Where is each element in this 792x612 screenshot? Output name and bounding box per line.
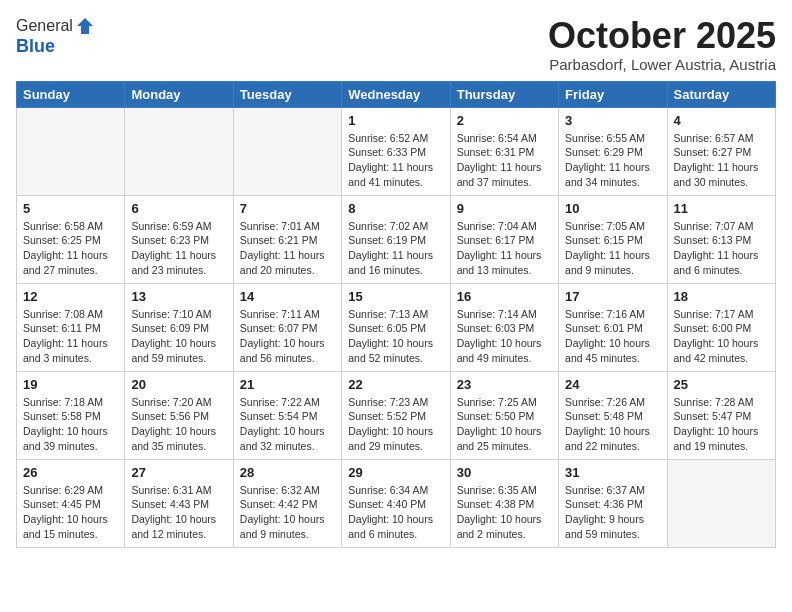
day-number: 23 <box>457 377 552 392</box>
day-number: 5 <box>23 201 118 216</box>
day-number: 26 <box>23 465 118 480</box>
day-number: 17 <box>565 289 660 304</box>
day-cell-3-2: 21Sunrise: 7:22 AM Sunset: 5:54 PM Dayli… <box>233 371 341 459</box>
day-number: 13 <box>131 289 226 304</box>
day-cell-3-1: 20Sunrise: 7:20 AM Sunset: 5:56 PM Dayli… <box>125 371 233 459</box>
day-info: Sunrise: 7:08 AM Sunset: 6:11 PM Dayligh… <box>23 307 118 366</box>
day-info: Sunrise: 7:16 AM Sunset: 6:01 PM Dayligh… <box>565 307 660 366</box>
day-info: Sunrise: 6:58 AM Sunset: 6:25 PM Dayligh… <box>23 219 118 278</box>
title-block: October 2025 Parbasdorf, Lower Austria, … <box>548 16 776 73</box>
day-cell-1-5: 10Sunrise: 7:05 AM Sunset: 6:15 PM Dayli… <box>559 195 667 283</box>
day-info: Sunrise: 6:59 AM Sunset: 6:23 PM Dayligh… <box>131 219 226 278</box>
day-cell-3-6: 25Sunrise: 7:28 AM Sunset: 5:47 PM Dayli… <box>667 371 775 459</box>
logo-blue-text: Blue <box>16 36 55 56</box>
day-cell-2-6: 18Sunrise: 7:17 AM Sunset: 6:00 PM Dayli… <box>667 283 775 371</box>
day-cell-0-5: 3Sunrise: 6:55 AM Sunset: 6:29 PM Daylig… <box>559 107 667 195</box>
day-cell-2-2: 14Sunrise: 7:11 AM Sunset: 6:07 PM Dayli… <box>233 283 341 371</box>
day-number: 31 <box>565 465 660 480</box>
day-number: 28 <box>240 465 335 480</box>
header-wednesday: Wednesday <box>342 81 450 107</box>
day-cell-3-3: 22Sunrise: 7:23 AM Sunset: 5:52 PM Dayli… <box>342 371 450 459</box>
day-number: 15 <box>348 289 443 304</box>
day-info: Sunrise: 7:14 AM Sunset: 6:03 PM Dayligh… <box>457 307 552 366</box>
day-info: Sunrise: 6:32 AM Sunset: 4:42 PM Dayligh… <box>240 483 335 542</box>
day-cell-1-0: 5Sunrise: 6:58 AM Sunset: 6:25 PM Daylig… <box>17 195 125 283</box>
day-number: 22 <box>348 377 443 392</box>
week-row-2: 5Sunrise: 6:58 AM Sunset: 6:25 PM Daylig… <box>17 195 776 283</box>
day-info: Sunrise: 7:04 AM Sunset: 6:17 PM Dayligh… <box>457 219 552 278</box>
logo-general-text: General <box>16 17 73 35</box>
day-number: 18 <box>674 289 769 304</box>
day-info: Sunrise: 6:35 AM Sunset: 4:38 PM Dayligh… <box>457 483 552 542</box>
day-cell-2-0: 12Sunrise: 7:08 AM Sunset: 6:11 PM Dayli… <box>17 283 125 371</box>
day-cell-2-3: 15Sunrise: 7:13 AM Sunset: 6:05 PM Dayli… <box>342 283 450 371</box>
day-info: Sunrise: 6:55 AM Sunset: 6:29 PM Dayligh… <box>565 131 660 190</box>
day-cell-4-6 <box>667 459 775 547</box>
day-cell-0-1 <box>125 107 233 195</box>
day-number: 7 <box>240 201 335 216</box>
day-cell-4-0: 26Sunrise: 6:29 AM Sunset: 4:45 PM Dayli… <box>17 459 125 547</box>
day-number: 4 <box>674 113 769 128</box>
day-cell-1-6: 11Sunrise: 7:07 AM Sunset: 6:13 PM Dayli… <box>667 195 775 283</box>
header-saturday: Saturday <box>667 81 775 107</box>
day-cell-3-4: 23Sunrise: 7:25 AM Sunset: 5:50 PM Dayli… <box>450 371 558 459</box>
day-info: Sunrise: 6:57 AM Sunset: 6:27 PM Dayligh… <box>674 131 769 190</box>
week-row-3: 12Sunrise: 7:08 AM Sunset: 6:11 PM Dayli… <box>17 283 776 371</box>
day-number: 25 <box>674 377 769 392</box>
day-cell-4-4: 30Sunrise: 6:35 AM Sunset: 4:38 PM Dayli… <box>450 459 558 547</box>
day-number: 10 <box>565 201 660 216</box>
day-cell-0-2 <box>233 107 341 195</box>
day-cell-4-2: 28Sunrise: 6:32 AM Sunset: 4:42 PM Dayli… <box>233 459 341 547</box>
header-monday: Monday <box>125 81 233 107</box>
day-number: 1 <box>348 113 443 128</box>
day-cell-0-0 <box>17 107 125 195</box>
calendar-container: General Blue October 2025 Parbasdorf, Lo… <box>0 0 792 558</box>
header-tuesday: Tuesday <box>233 81 341 107</box>
day-cell-3-0: 19Sunrise: 7:18 AM Sunset: 5:58 PM Dayli… <box>17 371 125 459</box>
calendar-table: Sunday Monday Tuesday Wednesday Thursday… <box>16 81 776 548</box>
day-info: Sunrise: 6:37 AM Sunset: 4:36 PM Dayligh… <box>565 483 660 542</box>
day-number: 19 <box>23 377 118 392</box>
day-info: Sunrise: 7:17 AM Sunset: 6:00 PM Dayligh… <box>674 307 769 366</box>
day-info: Sunrise: 7:01 AM Sunset: 6:21 PM Dayligh… <box>240 219 335 278</box>
week-row-5: 26Sunrise: 6:29 AM Sunset: 4:45 PM Dayli… <box>17 459 776 547</box>
day-cell-2-4: 16Sunrise: 7:14 AM Sunset: 6:03 PM Dayli… <box>450 283 558 371</box>
week-row-4: 19Sunrise: 7:18 AM Sunset: 5:58 PM Dayli… <box>17 371 776 459</box>
day-cell-4-3: 29Sunrise: 6:34 AM Sunset: 4:40 PM Dayli… <box>342 459 450 547</box>
day-cell-2-1: 13Sunrise: 7:10 AM Sunset: 6:09 PM Dayli… <box>125 283 233 371</box>
day-info: Sunrise: 7:26 AM Sunset: 5:48 PM Dayligh… <box>565 395 660 454</box>
day-cell-4-1: 27Sunrise: 6:31 AM Sunset: 4:43 PM Dayli… <box>125 459 233 547</box>
day-info: Sunrise: 7:07 AM Sunset: 6:13 PM Dayligh… <box>674 219 769 278</box>
day-number: 12 <box>23 289 118 304</box>
day-info: Sunrise: 7:05 AM Sunset: 6:15 PM Dayligh… <box>565 219 660 278</box>
day-cell-3-5: 24Sunrise: 7:26 AM Sunset: 5:48 PM Dayli… <box>559 371 667 459</box>
day-number: 16 <box>457 289 552 304</box>
day-cell-0-4: 2Sunrise: 6:54 AM Sunset: 6:31 PM Daylig… <box>450 107 558 195</box>
day-number: 27 <box>131 465 226 480</box>
day-number: 29 <box>348 465 443 480</box>
day-info: Sunrise: 7:11 AM Sunset: 6:07 PM Dayligh… <box>240 307 335 366</box>
week-row-1: 1Sunrise: 6:52 AM Sunset: 6:33 PM Daylig… <box>17 107 776 195</box>
day-info: Sunrise: 7:02 AM Sunset: 6:19 PM Dayligh… <box>348 219 443 278</box>
day-info: Sunrise: 6:54 AM Sunset: 6:31 PM Dayligh… <box>457 131 552 190</box>
day-number: 14 <box>240 289 335 304</box>
day-number: 11 <box>674 201 769 216</box>
day-info: Sunrise: 7:22 AM Sunset: 5:54 PM Dayligh… <box>240 395 335 454</box>
svg-marker-0 <box>77 18 93 34</box>
day-cell-1-1: 6Sunrise: 6:59 AM Sunset: 6:23 PM Daylig… <box>125 195 233 283</box>
day-cell-0-6: 4Sunrise: 6:57 AM Sunset: 6:27 PM Daylig… <box>667 107 775 195</box>
day-number: 3 <box>565 113 660 128</box>
location-title: Parbasdorf, Lower Austria, Austria <box>548 56 776 73</box>
logo: General Blue <box>16 16 95 57</box>
header-friday: Friday <box>559 81 667 107</box>
day-cell-4-5: 31Sunrise: 6:37 AM Sunset: 4:36 PM Dayli… <box>559 459 667 547</box>
day-info: Sunrise: 7:23 AM Sunset: 5:52 PM Dayligh… <box>348 395 443 454</box>
day-number: 24 <box>565 377 660 392</box>
day-info: Sunrise: 6:34 AM Sunset: 4:40 PM Dayligh… <box>348 483 443 542</box>
month-title: October 2025 <box>548 16 776 56</box>
day-info: Sunrise: 6:52 AM Sunset: 6:33 PM Dayligh… <box>348 131 443 190</box>
day-number: 8 <box>348 201 443 216</box>
day-cell-1-4: 9Sunrise: 7:04 AM Sunset: 6:17 PM Daylig… <box>450 195 558 283</box>
header-thursday: Thursday <box>450 81 558 107</box>
day-info: Sunrise: 7:13 AM Sunset: 6:05 PM Dayligh… <box>348 307 443 366</box>
